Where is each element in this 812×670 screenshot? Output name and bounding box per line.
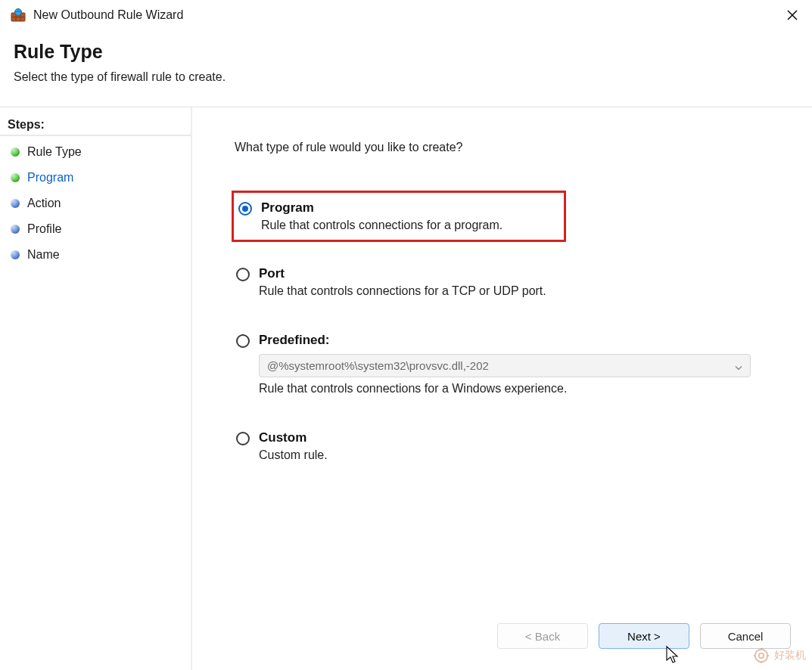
steps-heading: Steps: xyxy=(0,115,191,136)
wizard-footer: < Back Next > Cancel xyxy=(497,623,791,649)
close-icon[interactable] xyxy=(783,6,801,24)
gear-icon xyxy=(753,647,770,664)
step-action[interactable]: Action xyxy=(0,191,191,216)
option-desc: Rule that controls connections for a pro… xyxy=(261,219,555,232)
option-title: Port xyxy=(259,266,785,281)
svg-point-8 xyxy=(759,653,764,658)
step-dot-icon xyxy=(11,199,20,208)
option-program[interactable]: Program Rule that controls connections f… xyxy=(232,191,566,242)
radio-icon[interactable] xyxy=(238,202,252,216)
step-label: Program xyxy=(27,171,73,185)
step-dot-icon xyxy=(11,250,20,259)
option-texts: Port Rule that controls connections for … xyxy=(259,266,785,298)
option-desc: Custom rule. xyxy=(259,448,785,462)
radio-icon[interactable] xyxy=(236,334,250,348)
option-title: Predefined: xyxy=(259,333,785,348)
option-predefined[interactable]: Predefined: @%systemroot%\system32\provs… xyxy=(235,328,791,400)
option-texts: Predefined: @%systemroot%\system32\provs… xyxy=(259,333,785,395)
option-desc: Rule that controls connections for a Win… xyxy=(259,382,785,395)
predefined-select-value: @%systemroot%\system32\provsvc.dll,-202 xyxy=(267,359,489,372)
step-label: Profile xyxy=(27,222,61,236)
svg-point-7 xyxy=(755,650,768,662)
page-subheading: Select the type of firewall rule to crea… xyxy=(14,70,798,84)
watermark-text: 好装机 xyxy=(774,649,806,662)
option-texts: Custom Custom rule. xyxy=(259,430,785,462)
step-label: Name xyxy=(27,248,60,262)
wizard-body: Steps: Rule Type Program Action Profile … xyxy=(0,107,812,670)
window-title: New Outbound Rule Wizard xyxy=(33,8,183,22)
predefined-select[interactable]: @%systemroot%\system32\provsvc.dll,-202 xyxy=(259,354,751,377)
page-heading: Rule Type xyxy=(14,41,798,63)
prompt-text: What type of rule would you like to crea… xyxy=(235,141,791,154)
step-label: Rule Type xyxy=(27,145,82,159)
radio-icon[interactable] xyxy=(236,268,250,281)
step-label: Action xyxy=(27,197,61,210)
option-title: Program xyxy=(261,200,555,216)
back-button: < Back xyxy=(497,623,588,649)
option-texts: Program Rule that controls connections f… xyxy=(261,200,555,232)
cancel-button[interactable]: Cancel xyxy=(700,623,791,649)
steps-sidebar: Steps: Rule Type Program Action Profile … xyxy=(0,107,192,670)
firewall-app-icon xyxy=(11,8,26,23)
step-dot-icon xyxy=(11,173,20,182)
option-port[interactable]: Port Rule that controls connections for … xyxy=(235,262,791,302)
radio-icon[interactable] xyxy=(236,432,250,445)
step-rule-type[interactable]: Rule Type xyxy=(0,139,191,165)
step-dot-icon xyxy=(11,147,20,157)
titlebar: New Outbound Rule Wizard xyxy=(0,0,812,30)
option-custom[interactable]: Custom Custom rule. xyxy=(235,426,791,467)
header-section: Rule Type Select the type of firewall ru… xyxy=(0,30,812,107)
watermark: 好装机 xyxy=(753,647,806,664)
step-name[interactable]: Name xyxy=(0,242,191,268)
main-pane: What type of rule would you like to crea… xyxy=(192,107,812,670)
step-profile[interactable]: Profile xyxy=(0,216,191,242)
titlebar-left: New Outbound Rule Wizard xyxy=(11,8,183,23)
next-button[interactable]: Next > xyxy=(599,623,689,649)
option-title: Custom xyxy=(259,430,785,445)
step-dot-icon xyxy=(11,225,20,234)
step-program[interactable]: Program xyxy=(0,165,191,191)
chevron-down-icon xyxy=(735,359,742,372)
option-desc: Rule that controls connections for a TCP… xyxy=(259,284,785,298)
